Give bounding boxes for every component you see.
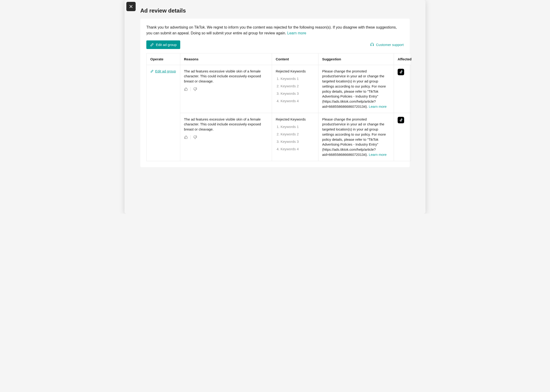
cell-affected: [394, 65, 411, 113]
intro-text-body: Thank you for advertising on TikTok. We …: [146, 25, 397, 35]
keyword-item: Keywords 1: [276, 75, 315, 83]
tiktok-logo-icon: [398, 69, 404, 75]
suggestion-learn-more-link[interactable]: Learn more: [369, 105, 387, 108]
page-header: Ad review details: [125, 0, 425, 19]
keywords-list: Keywords 1 Keywords 2 Keywords 3 Keyword…: [276, 75, 315, 105]
keyword-item: Keywords 1: [276, 123, 315, 131]
thumbs-up-icon: [184, 87, 188, 91]
table-row: Edit ad group The ad features excessive …: [147, 65, 411, 113]
thumbs-up-button[interactable]: [184, 86, 190, 92]
thumbs-down-icon: [193, 135, 197, 139]
keywords-title: Rejected Keywords: [276, 69, 315, 74]
close-button[interactable]: [126, 2, 136, 11]
cell-suggestion: Please change the promoted product/servi…: [318, 113, 394, 161]
feedback-thumbs: [184, 86, 268, 92]
th-affected: Affected: [394, 53, 411, 65]
cell-content: Rejected Keywords Keywords 1 Keywords 2 …: [272, 65, 318, 113]
suggestion-text: Please change the promoted product/servi…: [322, 117, 386, 156]
thumbs-up-icon: [184, 135, 188, 139]
close-icon: [129, 4, 133, 9]
thumbs-up-button[interactable]: [184, 134, 190, 140]
keyword-item: Keywords 2: [276, 131, 315, 138]
cell-operate: Edit ad group: [147, 65, 180, 161]
reason-text: The ad features excessive visible skin o…: [184, 69, 268, 84]
intro-text: Thank you for advertising on TikTok. We …: [146, 25, 404, 36]
tiktok-logo-icon: [398, 117, 404, 123]
modal: Ad review details Thank you for advertis…: [125, 0, 425, 214]
th-operate: Operate: [147, 53, 180, 65]
cell-content: Rejected Keywords Keywords 1 Keywords 2 …: [272, 113, 318, 161]
keyword-item: Keywords 3: [276, 138, 315, 145]
edit-link-label: Edit ad group: [155, 69, 176, 74]
edit-button-label: Edit ad group: [156, 43, 176, 47]
customer-support-label: Customer support: [376, 43, 404, 47]
customer-support-link[interactable]: Customer support: [370, 42, 404, 47]
th-suggestion: Suggestion: [318, 53, 394, 65]
cell-reason: The ad features excessive visible skin o…: [180, 65, 272, 113]
reason-text: The ad features excessive visible skin o…: [184, 117, 268, 132]
suggestion-learn-more-link[interactable]: Learn more: [369, 153, 387, 156]
thumbs-down-button[interactable]: [191, 134, 199, 140]
thumbs-down-button[interactable]: [191, 86, 199, 92]
page-title: Ad review details: [140, 7, 410, 14]
keyword-item: Keywords 3: [276, 90, 315, 97]
review-table: Operate Reasons Content Suggestion Affec…: [146, 53, 411, 161]
thumbs-down-icon: [193, 87, 197, 91]
content-card: Thank you for advertising on TikTok. We …: [140, 19, 410, 167]
keywords-title: Rejected Keywords: [276, 117, 315, 122]
edit-ad-group-link[interactable]: Edit ad group: [150, 69, 176, 74]
keyword-item: Keywords 2: [276, 83, 315, 90]
keyword-item: Keywords 4: [276, 97, 315, 105]
table-row: The ad features excessive visible skin o…: [147, 113, 411, 161]
keyword-item: Keywords 4: [276, 145, 315, 153]
th-reasons: Reasons: [180, 53, 272, 65]
cell-suggestion: Please change the promoted product/servi…: [318, 65, 394, 113]
toolbar: Edit ad group Customer support: [146, 40, 404, 49]
pencil-icon: [150, 70, 154, 73]
th-content: Content: [272, 53, 318, 65]
headset-icon: [370, 42, 374, 47]
suggestion-text: Please change the promoted product/servi…: [322, 69, 386, 108]
cell-reason: The ad features excessive visible skin o…: [180, 113, 272, 161]
learn-more-link[interactable]: Learn more: [287, 31, 306, 35]
edit-ad-group-button[interactable]: Edit ad group: [146, 40, 180, 49]
cell-affected: [394, 113, 411, 161]
pencil-icon: [150, 43, 154, 47]
keywords-list: Keywords 1 Keywords 2 Keywords 3 Keyword…: [276, 123, 315, 153]
feedback-thumbs: [184, 134, 268, 140]
